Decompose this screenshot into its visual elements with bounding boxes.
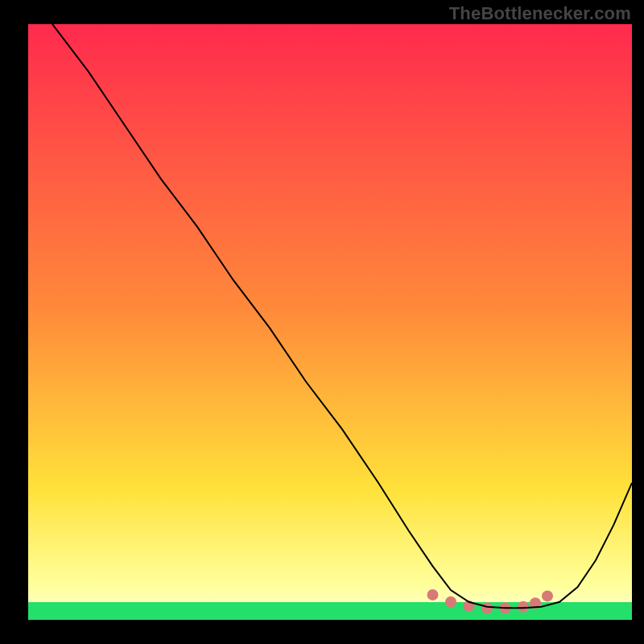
marker-point [481, 602, 493, 613]
marker-point [542, 590, 553, 601]
marker-point [518, 601, 529, 613]
marker-point [445, 597, 456, 608]
gradient-background [28, 24, 632, 620]
plot-area [28, 24, 632, 620]
marker-point [427, 589, 439, 601]
plot-svg [28, 24, 632, 620]
chart-container: TheBottlenecker.com [0, 0, 644, 644]
watermark-text: TheBottlenecker.com [449, 3, 631, 24]
